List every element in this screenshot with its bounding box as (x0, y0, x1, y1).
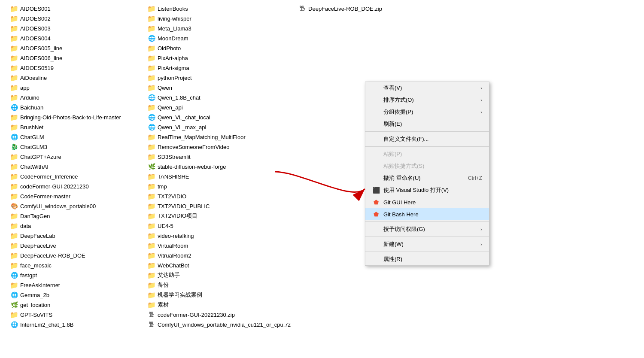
list-item[interactable]: 📁 tmp (146, 182, 292, 191)
list-item[interactable]: 📁 face_mosaic (9, 261, 142, 270)
list-item[interactable]: 📁 Meta_Llama3 (146, 24, 292, 33)
list-item[interactable]: 🌐 Baichuan (9, 103, 142, 112)
list-item[interactable]: 📁 PixArt-sigma (146, 64, 292, 72)
menu-item-left: 属性(R) (372, 255, 402, 263)
list-item[interactable]: 📁 Qwen (146, 83, 292, 92)
context-menu-item[interactable]: 刷新(E) (365, 118, 489, 130)
list-item[interactable]: 📁 AIDOES0519 (9, 64, 142, 72)
list-item[interactable]: 🗜 ComfyUI_windows_portable_nvidia_cu121_… (146, 320, 292, 329)
list-item[interactable]: 📁 AiDoesline (9, 73, 142, 82)
menu-icon (372, 162, 380, 170)
list-item[interactable]: 🗜 DeepFaceLive-ROB_DOE.zip (297, 4, 430, 13)
list-item[interactable]: 📁 RealTime_MapMatching_MultiFloor (146, 133, 292, 141)
list-item[interactable]: 📁 TANSHISHE (146, 172, 292, 181)
menu-icon (372, 240, 380, 248)
list-item[interactable]: 🌐 MoonDream (146, 34, 292, 42)
context-menu-item[interactable]: 属性(R) (365, 253, 489, 265)
list-item[interactable]: 🌐 Gemma_2b (9, 291, 142, 299)
list-item[interactable]: 📁 pythonProject (146, 73, 292, 82)
file-name: living-whisper (158, 15, 191, 22)
file-name: face_mosaic (20, 262, 52, 269)
list-item[interactable]: 📁 video-retalking (146, 231, 292, 240)
list-item[interactable]: 🌐 ChatGLM (9, 133, 142, 141)
list-item[interactable]: 📁 DanTagGen (9, 212, 142, 220)
context-menu-separator (365, 252, 489, 252)
list-item[interactable]: 📁 CodeFormer-master (9, 192, 142, 200)
list-item[interactable]: 🌿 get_location (9, 300, 142, 309)
list-item[interactable]: 📁 living-whisper (146, 14, 292, 23)
list-item[interactable]: 📁 素材 (146, 300, 292, 309)
zip-icon: 🗜 (299, 5, 305, 12)
context-menu-item[interactable]: 粘贴(P) (365, 148, 489, 160)
list-item[interactable]: 📁 机器学习实战案例 (146, 291, 292, 299)
list-item[interactable]: 📁 GPT-SoVITS (9, 310, 142, 319)
list-item[interactable]: 📁 TXT2VIDIO_PUBLIC (146, 202, 292, 210)
context-menu-item[interactable]: 粘贴快捷方式(S) (365, 160, 489, 172)
context-menu-item[interactable]: ⬛ 使用 Visual Studio 打开(V) (365, 184, 489, 196)
list-item[interactable]: 📁 ChatWithAI (9, 162, 142, 171)
list-item[interactable]: 🌐 Qwen_1.8B_chat (146, 93, 292, 102)
context-menu-item[interactable]: 排序方式(O) › (365, 94, 489, 106)
list-item[interactable]: 📁 SD3Streamlit (146, 152, 292, 161)
file-icon: 📁 (10, 123, 18, 131)
folder-icon: 📁 (10, 182, 18, 191)
list-item[interactable]: 🌿 stable-diffusion-webui-forge (146, 162, 292, 171)
list-item[interactable]: 📁 FreeAskInternet (9, 281, 142, 289)
list-item[interactable]: 📁 艾达助手 (146, 271, 292, 279)
list-item[interactable]: 📁 TXT2VIDIO项目 (146, 212, 292, 220)
menu-icon (372, 135, 380, 143)
file-name: AIDOES006_line (20, 55, 62, 61)
list-item[interactable]: 📁 AIDOES003 (9, 24, 142, 33)
context-menu-item[interactable]: ⬟ Git GUI Here (365, 196, 489, 208)
list-item[interactable]: 📁 UE4-5 (146, 221, 292, 230)
folder-icon: 📁 (147, 271, 156, 279)
context-menu-item[interactable]: 撤消 重命名(U) Ctrl+Z (365, 172, 489, 184)
list-item[interactable]: 📁 RemoveSomeoneFromVideo (146, 143, 292, 151)
list-item[interactable]: 📁 Bringing-Old-Photos-Back-to-Life-maste… (9, 113, 142, 121)
list-item[interactable]: 📁 Arduino (9, 93, 142, 102)
list-item[interactable]: 📁 DeepFaceLab (9, 231, 142, 240)
list-item[interactable]: 📁 Qwen_api (146, 103, 292, 112)
list-item[interactable]: 📁 codeFormer-GUI-20221230 (9, 182, 142, 191)
list-item[interactable]: 📁 PixArt-alpha (146, 54, 292, 62)
list-item[interactable]: 📁 ChatGPT+Azure (9, 152, 142, 161)
list-item[interactable]: 🌐 fastgpt (9, 271, 142, 279)
list-item[interactable]: 📁 ListenBooks (146, 4, 292, 13)
list-item[interactable]: 📁 CodeFormer_Inference (9, 172, 142, 181)
list-item[interactable]: 🌐 Qwen_VL_chat_local (146, 113, 292, 121)
globe-icon: 🌐 (148, 114, 155, 121)
list-item[interactable]: 🗜 codeFormer-GUI-20221230.zip (146, 310, 292, 319)
context-menu-item[interactable]: 查看(V) › (365, 82, 489, 94)
context-menu-item[interactable]: 授予访问权限(G) › (365, 223, 489, 235)
folder-icon: 📁 (147, 261, 156, 270)
list-item[interactable]: 🐉 ChatGLM3 (9, 143, 142, 151)
list-item[interactable]: 📁 VirtualRoom (146, 241, 292, 250)
list-item[interactable]: 📁 DeepFaceLive-ROB_DOE (9, 251, 142, 260)
context-menu-item[interactable]: 分组依据(P) › (365, 106, 489, 118)
list-item[interactable]: 📁 data (9, 221, 142, 230)
list-item[interactable]: 📁 备份 (146, 281, 292, 289)
folder-icon: 📁 (147, 64, 156, 72)
list-item[interactable]: 📁 app (9, 83, 142, 92)
folder-icon: 📁 (10, 64, 18, 72)
folder-icon: 📁 (147, 192, 156, 200)
list-item[interactable]: 📁 AIDOES004 (9, 34, 142, 42)
list-item[interactable]: 🎨 ComfyUI_windows_portable00 (9, 202, 142, 210)
list-item[interactable]: 🌐 Qwen_VL_max_api (146, 123, 292, 131)
list-item[interactable]: 📁 BrushNet (9, 123, 142, 131)
list-item[interactable]: 📁 DeepFaceLive (9, 241, 142, 250)
submenu-arrow: › (480, 85, 482, 91)
list-item[interactable]: 📁 WebChatBot (146, 261, 292, 270)
list-item[interactable]: 🌐 InternLm2_chat_1.8B (9, 320, 142, 329)
file-name: PixArt-sigma (158, 65, 189, 71)
context-menu-item[interactable]: ⬟ Git Bash Here (365, 208, 489, 220)
list-item[interactable]: 📁 AIDOES005_line (9, 44, 142, 52)
list-item[interactable]: 📁 AIDOES006_line (9, 54, 142, 62)
list-item[interactable]: 📁 AIDOES002 (9, 14, 142, 23)
context-menu-item[interactable]: 自定义文件夹(F)... (365, 133, 489, 145)
list-item[interactable]: 📁 OldPhoto (146, 44, 292, 52)
list-item[interactable]: 📁 AIDOES001 (9, 4, 142, 13)
list-item[interactable]: 📁 VitrualRoom2 (146, 251, 292, 260)
context-menu-item[interactable]: 新建(W) › (365, 238, 489, 250)
list-item[interactable]: 📁 TXT2VIDIO (146, 192, 292, 200)
